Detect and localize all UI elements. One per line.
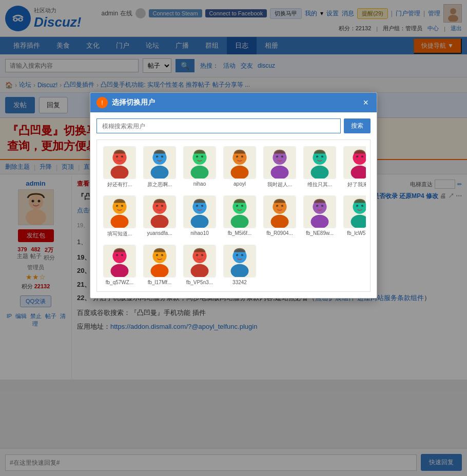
user-card[interactable]: nihao10	[181, 193, 218, 240]
svg-point-18	[116, 157, 120, 161]
user-card[interactable]: 维拉只其...	[301, 144, 338, 190]
user-card[interactable]: apoyl	[221, 144, 258, 190]
user-card-name: 原之恶啊...	[143, 181, 176, 188]
svg-point-146	[196, 255, 200, 259]
svg-point-67	[360, 157, 363, 161]
svg-point-19	[120, 157, 123, 161]
user-card-name: 填写知道...	[103, 230, 136, 237]
svg-point-38	[231, 166, 249, 179]
svg-point-46	[271, 166, 289, 179]
user-card-name: fb_M5i6f...	[223, 230, 256, 236]
modal-scroll-container: 好还有打... 原之恶啊... nihao apoyl	[96, 140, 371, 292]
user-card-avatar	[263, 195, 296, 228]
svg-point-115	[320, 206, 323, 210]
user-card-name: 我时超人...	[263, 181, 296, 188]
user-card-name: apoyl	[223, 181, 256, 187]
modal-overlay: ! 选择切换用户 × 搜索 好还有打...	[0, 0, 467, 476]
user-card-name: fb_R0904...	[263, 230, 296, 236]
user-card-avatar	[143, 195, 176, 228]
user-card[interactable]: 填写知道...	[101, 193, 138, 240]
svg-point-59	[320, 157, 323, 161]
svg-point-14	[111, 166, 129, 179]
user-card-avatar	[183, 245, 216, 277]
svg-point-94	[231, 215, 249, 228]
svg-point-86	[191, 215, 209, 228]
user-grid: 好还有打... 原之恶啊... nihao apoyl	[101, 144, 366, 287]
user-card-name: 好了我来...	[343, 181, 366, 188]
svg-point-134	[151, 264, 169, 277]
user-card[interactable]: yuansdfa...	[141, 193, 178, 240]
svg-point-70	[111, 215, 129, 228]
svg-point-54	[311, 166, 329, 179]
svg-point-91	[200, 206, 203, 210]
svg-point-43	[240, 157, 243, 161]
svg-point-122	[356, 206, 360, 210]
user-card-avatar	[303, 195, 336, 228]
user-card-name: fb_lcW5T...	[343, 230, 366, 236]
user-card[interactable]: 原之恶啊...	[141, 144, 178, 190]
svg-point-26	[156, 157, 160, 161]
svg-point-126	[111, 264, 129, 277]
svg-point-123	[360, 206, 363, 210]
svg-point-110	[311, 215, 329, 228]
svg-point-34	[196, 157, 200, 161]
user-card[interactable]: fb_q57WZ...	[101, 243, 138, 287]
svg-point-35	[200, 157, 203, 161]
user-card[interactable]: 好还有打...	[101, 144, 138, 190]
svg-point-107	[280, 206, 283, 210]
modal-search-input[interactable]	[96, 118, 341, 133]
user-card[interactable]: fb_NE89w...	[301, 193, 338, 240]
svg-point-150	[231, 264, 249, 277]
user-card[interactable]: 我时超人...	[261, 144, 298, 190]
svg-point-83	[160, 206, 163, 210]
svg-point-102	[271, 215, 289, 228]
svg-point-75	[120, 206, 123, 210]
modal-search-bar: 搜索	[96, 118, 371, 133]
user-card-avatar	[103, 195, 136, 228]
user-card-name: fb_l17Mf...	[143, 280, 176, 285]
svg-point-155	[240, 255, 243, 259]
user-card-avatar	[143, 245, 176, 277]
user-card-avatar	[103, 146, 136, 179]
svg-point-90	[196, 206, 200, 210]
user-card-name: fb_NE89w...	[303, 230, 336, 236]
user-card[interactable]: fb_l17Mf...	[141, 243, 178, 287]
switch-user-modal: ! 选择切换用户 × 搜索 好还有打...	[90, 92, 377, 299]
user-card-avatar	[343, 195, 366, 228]
user-card-avatar	[263, 146, 296, 179]
user-card-name: 33242	[223, 280, 256, 285]
svg-point-106	[276, 206, 280, 210]
svg-point-27	[160, 157, 163, 161]
svg-point-51	[280, 157, 283, 161]
svg-point-98	[236, 206, 240, 210]
svg-point-42	[236, 157, 240, 161]
user-card-avatar	[223, 146, 256, 179]
svg-point-30	[191, 166, 209, 179]
user-card[interactable]: 好了我来...	[341, 144, 366, 190]
user-card-name: fb_q57WZ...	[103, 280, 136, 285]
svg-point-114	[316, 206, 320, 210]
modal-close-btn[interactable]: ×	[361, 97, 371, 108]
modal-search-btn[interactable]: 搜索	[344, 118, 371, 133]
svg-point-139	[160, 255, 163, 259]
user-card[interactable]: 33242	[221, 243, 258, 287]
user-card[interactable]: nihao	[181, 144, 218, 190]
user-card-avatar	[343, 146, 366, 179]
user-card[interactable]: fb_M5i6f...	[221, 193, 258, 240]
user-card-avatar	[223, 195, 256, 228]
user-card-avatar	[303, 146, 336, 179]
user-card[interactable]: fb_R0904...	[261, 193, 298, 240]
svg-point-66	[356, 157, 360, 161]
svg-point-142	[191, 264, 209, 277]
user-card-name: nihao	[183, 181, 216, 187]
user-card[interactable]: fb_lcW5T...	[341, 193, 366, 240]
svg-point-147	[200, 255, 203, 259]
svg-point-138	[156, 255, 160, 259]
user-card-avatar	[103, 245, 136, 277]
svg-point-99	[240, 206, 243, 210]
user-card[interactable]: fb_VP5n3...	[181, 243, 218, 287]
svg-point-78	[151, 215, 169, 228]
svg-point-22	[151, 166, 169, 179]
svg-point-58	[316, 157, 320, 161]
user-card-avatar	[183, 195, 216, 228]
